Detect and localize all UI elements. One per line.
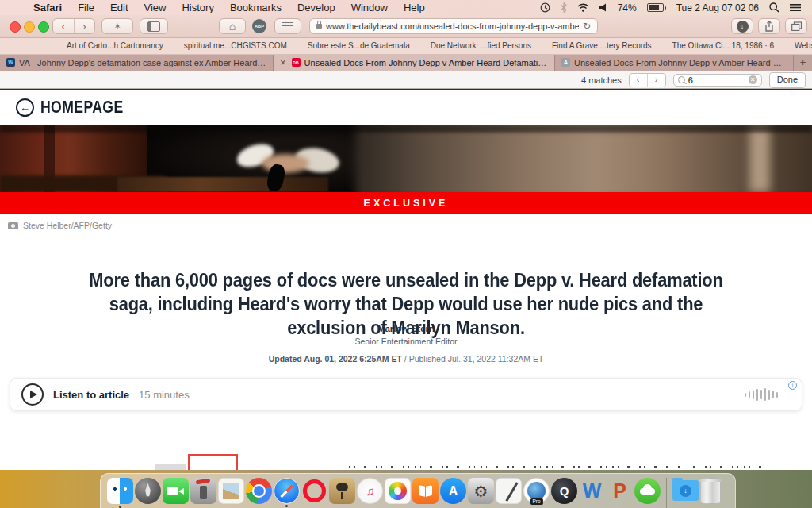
home-button[interactable]: ⌂ (219, 18, 246, 34)
dock-icon-mail[interactable] (218, 478, 244, 504)
back-arrow-icon[interactable]: ← (16, 98, 34, 117)
dock-icon-google-earth-pro[interactable]: Pro (523, 478, 550, 504)
info-icon[interactable]: i (788, 381, 797, 390)
volume-icon[interactable] (599, 3, 607, 12)
wifi-icon[interactable] (577, 3, 589, 12)
dock-icon-quicktime[interactable]: Q (551, 478, 577, 504)
favorite-bookmark[interactable]: Websleuths (795, 41, 812, 50)
window-zoom-button[interactable] (38, 21, 49, 33)
clipped-body-text (349, 466, 761, 468)
sidebar-button[interactable] (140, 18, 168, 34)
dock-icon-opera[interactable] (301, 478, 327, 504)
tab-favicon: W (6, 58, 15, 67)
tab-close-icon[interactable]: × (280, 56, 286, 68)
dock-icon-facetime[interactable] (163, 478, 189, 504)
favorite-bookmark[interactable]: spiritual me...CHGISTS.COM (184, 41, 287, 50)
menu-history[interactable]: History (174, 2, 221, 13)
tab-overview-button[interactable] (785, 18, 807, 34)
dock-icon-chrome[interactable] (246, 478, 272, 504)
menu-window[interactable]: Window (343, 2, 396, 13)
menu-help[interactable]: Help (396, 2, 433, 13)
menu-develop[interactable]: Develop (289, 2, 343, 13)
tab-favicon: DB (292, 58, 301, 67)
url-text[interactable]: www.thedailybeast.com/unsealed-docs-from… (326, 21, 579, 31)
top-sites-button[interactable]: ✶ (102, 18, 133, 34)
tab-active[interactable]: × DB Unsealed Docs From Johnny Depp v Am… (274, 54, 555, 71)
battery-percent[interactable]: 74% (618, 2, 637, 13)
menu-safari[interactable]: Safari (25, 2, 70, 13)
notification-center-icon[interactable] (790, 3, 801, 12)
find-next-button[interactable]: › (648, 74, 665, 87)
article-dates: Updated Aug. 01, 2022 6:25AM ET / Publis… (0, 354, 812, 364)
lock-icon (316, 24, 322, 29)
dock-icon-word[interactable]: W (579, 478, 605, 504)
dock-icon-launchpad[interactable] (135, 478, 161, 504)
favorite-bookmark[interactable]: Doe Network: ...fied Persons (431, 41, 531, 50)
partial-element (155, 464, 186, 470)
dock-icon-finder[interactable] (107, 478, 133, 504)
address-bar[interactable]: www.thedailybeast.com/unsealed-docs-from… (309, 18, 598, 34)
menu-clock[interactable]: Tue 2 Aug 07 02 06 (676, 2, 759, 13)
find-matches-count: 4 matches (581, 75, 622, 85)
pro-badge: Pro (530, 498, 542, 505)
updated-date: Updated Aug. 01, 2022 6:25AM ET (269, 354, 404, 364)
tab-inactive-1[interactable]: W VA - Johnny Depp's defamation case aga… (0, 54, 274, 71)
dock-icon-parchment-tree-app[interactable] (329, 478, 355, 504)
menu-bookmarks[interactable]: Bookmarks (222, 2, 289, 13)
favorite-bookmark[interactable]: Find A Grave ...tery Records (552, 41, 652, 50)
web-page-content: ← HOMEPAGE EXCLUSIVE Steve Helber/AFP/Ge… (0, 89, 812, 470)
reader-lines-icon (282, 22, 293, 30)
bluetooth-icon[interactable] (561, 2, 567, 13)
favorite-bookmark[interactable]: The Ottawa Ci... 18, 1986 · 6 (672, 41, 774, 50)
dock-icon-cloud-app[interactable] (634, 478, 661, 504)
downloads-button[interactable]: ↓ (731, 18, 753, 34)
time-machine-icon[interactable] (540, 2, 550, 13)
menu-file[interactable]: File (70, 2, 102, 13)
dock-icon-system-preferences[interactable]: ⚙ (468, 478, 494, 504)
tab-title: Unsealed Docs From Johnny Depp v Amber H… (304, 58, 548, 67)
listen-label: Listen to article (53, 389, 129, 401)
dock-icon-app-store[interactable]: A (440, 478, 466, 504)
play-button[interactable] (21, 383, 44, 406)
back-button[interactable]: ‹ (53, 19, 74, 33)
sidebar-icon (147, 21, 160, 32)
dock-icon-powerpoint[interactable]: P (607, 478, 633, 504)
homepage-link[interactable]: HOMEPAGE (40, 97, 124, 117)
dock-icon-itunes[interactable]: ♫ (357, 478, 383, 504)
find-done-button[interactable]: Done (769, 72, 806, 88)
reader-lines-button[interactable] (274, 18, 301, 34)
dock-icon-books[interactable] (412, 478, 439, 504)
spotlight-icon[interactable] (769, 2, 779, 13)
window-close-button[interactable] (10, 21, 21, 33)
find-previous-button[interactable]: ‹ (630, 74, 647, 87)
dock-icon-trash[interactable] (700, 478, 721, 504)
dock-icon-photos[interactable] (385, 478, 411, 504)
music-note-icon: ♫ (358, 479, 382, 503)
new-tab-button[interactable]: + (794, 54, 812, 71)
find-input[interactable]: 6 ✕ (673, 74, 762, 87)
favorite-bookmark[interactable]: Sobre este S...de Guatemala (308, 41, 410, 50)
exclusive-banner: EXCLUSIVE (0, 192, 812, 214)
photo-credit-text: Steve Helber/AFP/Getty (23, 221, 112, 230)
dock-icon-downloads-folder[interactable] (672, 480, 699, 501)
tab-inactive-2[interactable]: A Unsealed Docs From Johnny Depp v Amber… (555, 54, 794, 71)
menu-view[interactable]: View (136, 2, 174, 13)
quicktime-q-icon: Q (551, 478, 577, 504)
tab-title: Unsealed Docs From Johnny Depp v Amber H… (574, 58, 787, 67)
favorite-bookmark[interactable]: Art of Carto...h Cartomancy (67, 41, 163, 50)
waveform-icon (745, 388, 779, 401)
menu-edit[interactable]: Edit (102, 2, 136, 13)
window-minimize-button[interactable] (24, 21, 35, 33)
battery-icon[interactable] (647, 3, 666, 12)
share-button[interactable] (758, 18, 780, 34)
dock-icon-safari[interactable] (274, 478, 300, 504)
find-query[interactable]: 6 (688, 75, 745, 85)
dock-icon-notepad-document[interactable] (496, 478, 522, 504)
clear-search-icon[interactable]: ✕ (749, 75, 757, 84)
reload-icon[interactable]: ↻ (583, 21, 591, 32)
adblock-extension-button[interactable]: ABP (252, 19, 266, 33)
dock-icon-stuffit-expander[interactable] (190, 478, 216, 504)
gear-icon: ⚙ (468, 478, 494, 504)
forward-button[interactable]: › (75, 19, 95, 33)
author-name[interactable]: Marlow Stern (0, 324, 812, 333)
